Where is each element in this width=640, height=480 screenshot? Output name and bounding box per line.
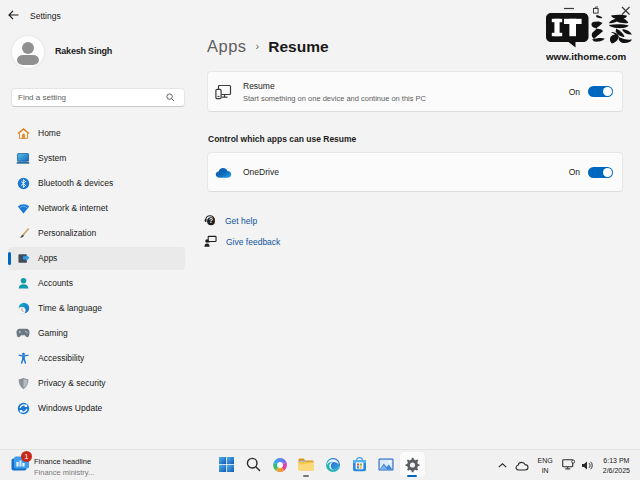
svg-text:?: ? [209,217,213,224]
